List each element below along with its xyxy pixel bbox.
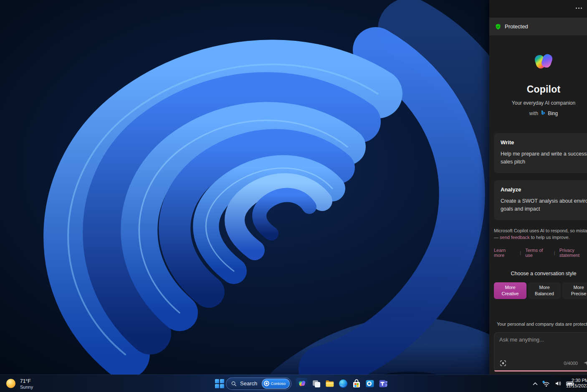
suggestion-card-analyze[interactable]: Analyze Create a SWOT analysis about env… [494,180,587,220]
chat-input-toolbar: 0/4000 [499,359,587,367]
file-explorer-icon [325,379,335,389]
copilot-taskbar-button[interactable] [296,378,308,389]
more-horizontal-icon[interactable] [576,8,582,9]
protected-badge[interactable]: Protected [489,18,587,35]
shield-check-icon [495,23,501,30]
chat-input[interactable] [499,337,587,343]
style-more-creative-button[interactable]: More Creative [494,282,526,299]
taskbar: 71°F Sunny Search Contoso [0,374,587,392]
ai-disclaimer: Microsoft Copilot uses AI to respond, so… [494,227,587,241]
copilot-icon [298,379,306,387]
card-body: Create a SWOT analysis about environment… [501,197,587,214]
card-title: Write [501,139,587,146]
contoso-label: Contoso [271,381,286,386]
task-view-icon [311,379,321,389]
wifi-icon[interactable] [542,380,550,387]
windows-desktop-screen: { "colors": { "protected_green": "#17c21… [0,0,587,392]
copilot-title: Copilot [489,84,587,95]
copilot-sidebar: Protected Copilot [489,0,587,374]
search-placeholder: Search [240,380,257,387]
char-counter: 0/4000 [564,361,578,366]
send-feedback-link[interactable]: send feedback [500,235,530,240]
edge-button[interactable] [337,378,349,389]
data-protection-note: Your personal and company data are prote… [489,322,587,327]
style-more-balanced-button[interactable]: More Balanced [528,282,561,299]
weather-temp: 71°F [20,378,33,384]
start-icon [215,379,224,388]
weather-condition: Sunny [20,384,33,389]
conversation-style-options: More Creative More Balanced More Precise [494,282,587,299]
outlook-icon [365,379,375,389]
with-label: with [529,111,538,116]
copilot-subtitle: Your everyday AI companion [489,100,587,106]
tray-date: 11/15/2023 [566,384,587,389]
style-more-precise-button[interactable]: More Precise [562,282,587,299]
privacy-statement-link[interactable]: Privacy statement [559,248,587,258]
teams-icon [378,379,388,389]
copilot-hero: Copilot Your everyday AI companion with … [489,35,587,116]
microsoft-store-icon [352,379,362,389]
card-body: Help me prepare and write a successful s… [501,150,587,166]
with-bing-row: with Bing [489,110,587,116]
terms-of-use-link[interactable]: Terms of use [525,248,550,258]
start-button[interactable] [214,378,225,389]
contoso-logo-icon [264,381,269,386]
weather-text: 71°F Sunny [20,378,33,389]
tray-time: 2:30 PM [566,378,587,384]
task-view-button[interactable] [311,378,322,389]
card-title: Analyze [501,186,587,193]
clock[interactable]: 2:30 PM 11/15/2023 [566,378,587,389]
sun-icon [5,378,16,389]
conversation-style-heading: Choose a conversation style [489,271,587,276]
suggestion-card-write[interactable]: Write Help me prepare and write a succes… [494,133,587,173]
protected-label: Protected [505,23,528,30]
speaker-icon[interactable] [555,381,562,387]
copilot-header [489,0,587,18]
taskbar-search[interactable]: Search Contoso [226,377,291,390]
copilot-logo-icon [533,50,554,72]
weather-widget[interactable]: 71°F Sunny [5,378,33,389]
bing-logo-icon [540,110,546,116]
search-icon [231,381,237,387]
microsoft-store-button[interactable] [351,378,362,389]
outlook-button[interactable] [364,378,376,389]
send-icon[interactable] [583,359,587,367]
suggestion-cards: Write Help me prepare and write a succes… [489,133,587,220]
edge-icon [338,379,348,389]
contoso-badge[interactable]: Contoso [262,379,290,389]
bing-label: Bing [548,111,558,116]
file-explorer-button[interactable] [324,378,336,389]
footer-links: Learn more | Terms of use | Privacy stat… [494,248,587,258]
chat-input-box[interactable]: 0/4000 [494,332,587,372]
visual-search-icon[interactable] [499,359,507,367]
chevron-up-icon[interactable] [533,382,538,385]
learn-more-link[interactable]: Learn more [494,248,516,258]
teams-button[interactable] [377,378,389,389]
